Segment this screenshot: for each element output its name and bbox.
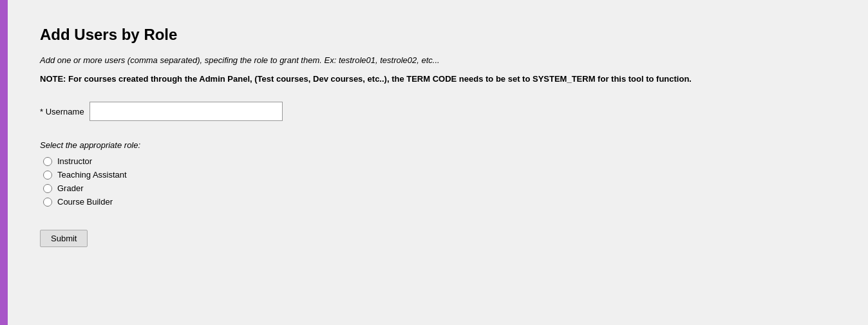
radio-label-instructor: Instructor — [57, 156, 92, 166]
role-section-label: Select the appropriate role: — [40, 140, 836, 150]
username-input[interactable] — [90, 102, 283, 121]
radio-label-course-builder: Course Builder — [57, 197, 113, 207]
description-text: Add one or more users (comma separated),… — [40, 55, 836, 65]
radio-label-grader: Grader — [57, 183, 83, 193]
page-title: Add Users by Role — [40, 26, 836, 44]
note-text: NOTE: For courses created through the Ad… — [40, 74, 836, 84]
radio-item-course-builder[interactable]: Course Builder — [43, 197, 836, 207]
page-wrapper: Add Users by Role Add one or more users … — [0, 0, 868, 325]
radio-item-teaching-assistant[interactable]: Teaching Assistant — [43, 170, 836, 180]
radio-teaching-assistant[interactable] — [43, 171, 52, 180]
radio-item-instructor[interactable]: Instructor — [43, 156, 836, 166]
username-label: * Username — [40, 107, 84, 116]
main-content: Add Users by Role Add one or more users … — [8, 0, 868, 325]
radio-grader[interactable] — [43, 184, 52, 193]
left-bar-accent — [0, 0, 8, 325]
radio-course-builder[interactable] — [43, 198, 52, 207]
radio-item-grader[interactable]: Grader — [43, 183, 836, 193]
radio-group: InstructorTeaching AssistantGraderCourse… — [43, 156, 836, 207]
radio-label-teaching-assistant: Teaching Assistant — [57, 170, 127, 180]
role-section: Select the appropriate role: InstructorT… — [40, 140, 836, 207]
submit-button[interactable]: Submit — [40, 230, 88, 247]
username-form-group: * Username — [40, 102, 836, 121]
radio-instructor[interactable] — [43, 157, 52, 166]
